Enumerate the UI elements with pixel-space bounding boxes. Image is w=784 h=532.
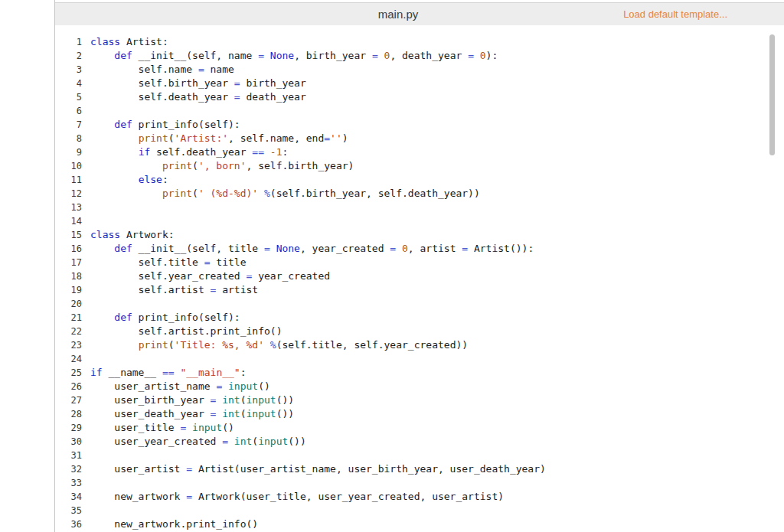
line-number: 35 (55, 504, 82, 517)
code-text (82, 298, 90, 309)
scrollbar-thumb[interactable] (769, 34, 775, 155)
code-lines: 1class Artist:2 def __init__(self, name … (55, 35, 784, 531)
code-line[interactable]: 22 self.artist.print_info() (55, 325, 784, 338)
line-number: 22 (55, 325, 82, 338)
load-default-template-link[interactable]: Load default template... (623, 3, 727, 25)
line-number: 20 (55, 297, 82, 311)
line-number: 2 (55, 49, 82, 63)
code-text: print('Title: %s, %d' %(self.title, self… (82, 339, 468, 351)
code-line[interactable]: 24 (55, 352, 784, 366)
line-number: 13 (55, 201, 82, 214)
code-line[interactable]: 4 self.birth_year = birth_year (55, 77, 784, 90)
code-line[interactable]: 35 (55, 504, 784, 517)
line-number: 34 (55, 490, 82, 504)
line-number: 21 (55, 311, 82, 325)
code-line[interactable]: 20 (55, 297, 784, 311)
line-number: 4 (55, 77, 82, 90)
code-line[interactable]: 28 user_death_year = int(input()) (55, 407, 784, 421)
code-line[interactable]: 33 (55, 476, 784, 490)
code-line[interactable]: 11 else: (55, 173, 784, 187)
line-number: 27 (55, 393, 82, 407)
line-number: 5 (55, 90, 82, 104)
code-text: if self.death_year == -1: (82, 146, 288, 158)
code-line[interactable]: 16 def __init__(self, title = None, year… (55, 242, 784, 256)
code-line[interactable]: 12 print(' (%d-%d)' %(self.birth_year, s… (55, 187, 784, 201)
code-line[interactable]: 34 new_artwork = Artwork(user_title, use… (55, 490, 784, 504)
line-number: 26 (55, 380, 82, 393)
code-text (82, 504, 90, 516)
code-text (82, 477, 90, 488)
code-text: self.artist = artist (82, 284, 258, 295)
line-number: 18 (55, 269, 82, 283)
code-text: user_artist_name = input() (82, 380, 270, 392)
line-number: 30 (55, 435, 82, 449)
code-text: user_year_created = int(input()) (82, 436, 306, 447)
code-line[interactable]: 15class Artwork: (55, 228, 784, 242)
code-line[interactable]: 23 print('Title: %s, %d' %(self.title, s… (55, 338, 784, 352)
filename: main.py (378, 3, 419, 25)
code-text: self.title = title (82, 256, 247, 268)
code-line[interactable]: 6 (55, 104, 784, 118)
line-number: 6 (55, 104, 82, 118)
line-number: 11 (55, 173, 82, 187)
code-text: self.death_year = death_year (82, 91, 306, 103)
line-number: 24 (55, 352, 82, 366)
line-number: 36 (55, 517, 82, 531)
code-text: self.year_created = year_created (82, 270, 330, 282)
code-line[interactable]: 5 self.death_year = death_year (55, 90, 784, 104)
code-text (82, 201, 90, 213)
code-line[interactable]: 19 self.artist = artist (55, 283, 784, 297)
line-number: 16 (55, 242, 82, 256)
code-text: user_title = input() (82, 422, 234, 433)
code-text: print(' (%d-%d)' %(self.birth_year, self… (82, 188, 480, 199)
code-line[interactable]: 32 user_artist = Artist(user_artist_name… (55, 462, 784, 476)
code-line[interactable]: 2 def __init__(self, name = None, birth_… (55, 49, 784, 63)
code-line[interactable]: 30 user_year_created = int(input()) (55, 435, 784, 449)
code-editor-page: main.py Load default template... 1class … (0, 0, 784, 532)
code-line[interactable]: 18 self.year_created = year_created (55, 269, 784, 283)
code-line[interactable]: 29 user_title = input() (55, 421, 784, 435)
line-number: 17 (55, 256, 82, 269)
line-number: 25 (55, 366, 82, 380)
line-number: 19 (55, 283, 82, 297)
code-editor[interactable]: 1class Artist:2 def __init__(self, name … (55, 25, 784, 532)
editor-header: main.py Load default template... (55, 2, 784, 26)
code-line[interactable]: 10 print(', born', self.birth_year) (55, 159, 784, 173)
line-number: 3 (55, 63, 82, 77)
code-line[interactable]: 9 if self.death_year == -1: (55, 145, 784, 159)
code-line[interactable]: 8 print('Artist:', self.name, end='') (55, 132, 784, 145)
code-line[interactable]: 31 (55, 449, 784, 462)
code-text: def print_info(self): (82, 119, 240, 130)
code-line[interactable]: 25if __name__ == "__main__": (55, 366, 784, 380)
code-text: user_birth_year = int(input()) (82, 394, 294, 406)
line-number: 23 (55, 338, 82, 352)
code-line[interactable]: 1class Artist: (55, 35, 784, 49)
code-text: else: (82, 174, 168, 185)
line-number: 14 (55, 214, 82, 228)
code-text: self.artist.print_info() (82, 325, 282, 337)
line-number: 12 (55, 187, 82, 201)
code-text: new_artwork = Artwork(user_title, user_y… (82, 491, 504, 502)
line-number: 1 (55, 35, 82, 49)
line-number: 9 (55, 145, 82, 159)
line-number: 29 (55, 421, 82, 435)
code-text: user_artist = Artist(user_artist_name, u… (82, 463, 546, 475)
code-line[interactable]: 27 user_birth_year = int(input()) (55, 393, 784, 407)
code-line[interactable]: 13 (55, 201, 784, 214)
line-number: 32 (55, 462, 82, 476)
code-line[interactable]: 26 user_artist_name = input() (55, 380, 784, 393)
code-text: print(', born', self.birth_year) (82, 160, 354, 171)
code-text: user_death_year = int(input()) (82, 408, 294, 419)
code-text: print('Artist:', self.name, end='') (82, 132, 348, 144)
code-text: def __init__(self, title = None, year_cr… (82, 243, 534, 254)
code-line[interactable]: 7 def print_info(self): (55, 118, 784, 132)
code-text: if __name__ == "__main__": (82, 367, 247, 378)
code-line[interactable]: 3 self.name = name (55, 63, 784, 77)
code-line[interactable]: 14 (55, 214, 784, 228)
code-text: class Artist: (82, 36, 168, 47)
code-line[interactable]: 21 def print_info(self): (55, 311, 784, 325)
line-number: 8 (55, 132, 82, 145)
code-line[interactable]: 17 self.title = title (55, 256, 784, 269)
code-text: def print_info(self): (82, 312, 240, 323)
code-line[interactable]: 36 new_artwork.print_info() (55, 517, 784, 531)
